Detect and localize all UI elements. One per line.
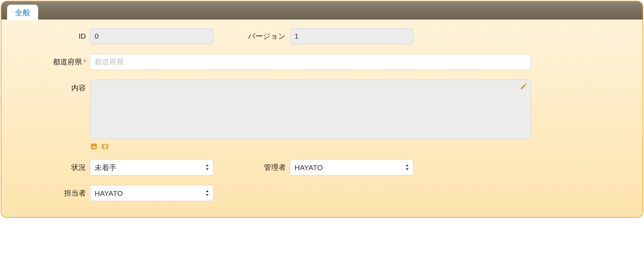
assignee-select-wrap: HAYATO [90,185,214,201]
id-field [90,28,214,44]
row-assignee: 担当者 HAYATO [12,185,632,201]
image-icon[interactable] [90,143,98,150]
status-select-wrap: 未着手 [90,159,214,175]
panel: 全般 ID バージョン 都道府県 * [1,1,643,218]
row-prefecture: 都道府県 * [12,54,632,70]
required-mark: * [83,58,86,66]
version-field [290,28,413,44]
row-body: 内容 [12,80,632,150]
manager-select-wrap: HAYATO [290,159,413,175]
version-label: バージョン [241,31,290,41]
form-content: ID バージョン 都道府県 * 内容 [1,19,643,217]
manager-select[interactable]: HAYATO [290,159,413,175]
row-status-manager: 状況 未着手 管理者 HAYATO [12,159,632,175]
prefecture-label: 都道府県 * [12,57,90,67]
status-label: 状況 [12,162,90,172]
id-label: ID [12,32,90,40]
body-wrap [90,80,531,141]
tab-general[interactable]: 全般 [7,5,38,20]
prefecture-label-text: 都道府県 [53,57,82,67]
body-label: 内容 [12,80,90,93]
film-icon[interactable] [101,143,109,150]
assignee-label: 担当者 [12,188,90,198]
tab-bar: 全般 [1,1,643,19]
attach-icons [90,143,531,150]
body-field[interactable] [90,80,531,139]
prefecture-field[interactable] [90,54,531,70]
status-select[interactable]: 未着手 [90,159,214,175]
assignee-select[interactable]: HAYATO [90,185,214,201]
manager-label: 管理者 [241,162,290,172]
row-id-version: ID バージョン [12,28,632,44]
edit-icon[interactable] [520,82,528,90]
